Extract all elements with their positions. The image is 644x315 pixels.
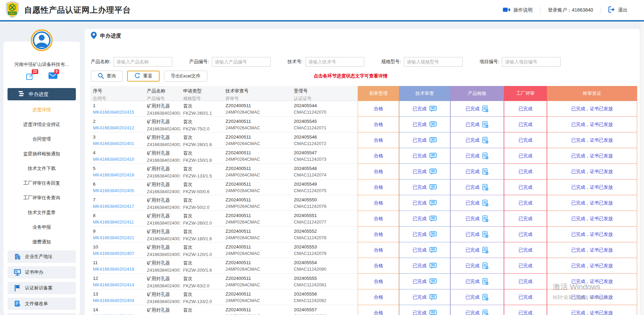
chat-icon[interactable]: [429, 169, 437, 175]
chat-icon[interactable]: [429, 200, 437, 206]
doc-check-icon[interactable]: [482, 137, 489, 144]
status-text[interactable]: 合格: [374, 121, 383, 128]
status-text[interactable]: 已完成: [413, 153, 427, 159]
status-text[interactable]: 已完成: [413, 200, 427, 206]
contract-link[interactable]: MK41663840202411: [93, 219, 144, 225]
status-text[interactable]: 已完成，证书已发放: [571, 231, 613, 238]
contract-link[interactable]: MK41663840202418: [93, 267, 144, 272]
status-text[interactable]: 已完成: [519, 294, 533, 300]
sidebar-subitem[interactable]: 技术文件下载: [3, 161, 80, 176]
status-text[interactable]: 已完成: [466, 231, 480, 238]
status-text[interactable]: 已完成: [466, 310, 480, 315]
status-text[interactable]: 已完成: [466, 106, 480, 112]
status-text[interactable]: 已完成: [519, 263, 533, 269]
export-excel-button[interactable]: 导出Excel文件: [164, 71, 207, 82]
doc-check-icon[interactable]: [482, 294, 489, 301]
chat-icon[interactable]: [429, 231, 437, 238]
contract-link[interactable]: MK41663840202416: [93, 172, 144, 177]
logout-button[interactable]: 退出: [601, 6, 635, 14]
chat-icon[interactable]: [429, 310, 437, 315]
status-text[interactable]: 已完成: [519, 247, 533, 253]
contract-link[interactable]: MK41663840202410: [93, 157, 144, 162]
status-text[interactable]: 合格: [374, 263, 383, 269]
sidebar-subitem[interactable]: 技术文件盖章: [3, 205, 80, 220]
contract-link[interactable]: MK41663840202404: [93, 298, 144, 303]
status-text[interactable]: 已完成: [519, 153, 533, 159]
doc-check-icon[interactable]: [482, 168, 489, 175]
chat-icon[interactable]: [429, 153, 437, 159]
filter-input[interactable]: [404, 57, 463, 67]
doc-check-icon[interactable]: [482, 247, 489, 254]
status-text[interactable]: 合格: [374, 106, 383, 112]
sidebar-section-item[interactable]: 证书申办: [8, 266, 76, 278]
status-text[interactable]: 已完成，证书已发放: [571, 216, 613, 222]
status-text[interactable]: 已完成: [413, 184, 427, 190]
status-text[interactable]: 已完成: [413, 294, 427, 300]
doc-check-icon[interactable]: [482, 153, 489, 159]
chat-icon[interactable]: [429, 106, 437, 112]
status-text[interactable]: 已完成，证书已发放: [571, 137, 613, 143]
chat-icon[interactable]: [429, 263, 437, 269]
doc-check-icon[interactable]: [482, 200, 489, 206]
status-text[interactable]: 已完成，证书已发放: [571, 200, 613, 206]
contract-link[interactable]: MK41663840202415: [93, 110, 144, 115]
sidebar-section-item[interactable]: 我的证书: [8, 313, 76, 315]
status-text[interactable]: 合格: [374, 294, 383, 300]
contract-link[interactable]: MK41663840202401: [93, 141, 144, 146]
sidebar-subitem[interactable]: 进度详情企业持证: [3, 117, 80, 132]
status-text[interactable]: 合格: [374, 216, 383, 222]
status-text[interactable]: 已完成: [519, 278, 533, 285]
status-text[interactable]: 已完成，证书已发放: [571, 121, 613, 128]
status-text[interactable]: 已完成: [413, 169, 427, 175]
status-text[interactable]: 合格: [374, 231, 383, 238]
sidebar-subitem[interactable]: 缴费通知: [3, 234, 80, 249]
doc-check-icon[interactable]: [482, 184, 489, 191]
status-text[interactable]: 已完成，证书已发放: [571, 106, 613, 112]
contract-link[interactable]: MK41663840202422: [93, 314, 144, 315]
status-text[interactable]: 已完成: [413, 231, 427, 238]
status-text[interactable]: 已完成: [519, 231, 533, 238]
sidebar-subitem[interactable]: 工厂评审任务查询: [3, 190, 80, 205]
help-button[interactable]: 操作说明: [495, 7, 540, 13]
status-text[interactable]: 已完成: [466, 137, 480, 143]
status-text[interactable]: 已完成: [519, 137, 533, 143]
status-text[interactable]: 已完成: [466, 263, 480, 269]
status-text[interactable]: 已完成: [466, 184, 480, 190]
status-text[interactable]: 合格: [374, 200, 383, 206]
contract-link[interactable]: MK41663840202405: [93, 188, 144, 193]
status-text[interactable]: 已完成: [413, 278, 427, 285]
sidebar-section-item[interactable]: 企业生产地址: [8, 250, 76, 263]
status-text[interactable]: 已完成: [519, 200, 533, 206]
chat-icon[interactable]: [429, 216, 437, 222]
status-text[interactable]: 合格: [374, 247, 383, 253]
status-text[interactable]: 已完成: [466, 278, 480, 285]
filter-input[interactable]: [212, 57, 271, 67]
status-text[interactable]: 已完成，证书已发放: [571, 294, 613, 300]
status-text[interactable]: 已完成: [413, 121, 427, 128]
sidebar-section-item[interactable]: 文件修改单: [8, 298, 76, 310]
contract-link[interactable]: MK41663840202417: [93, 204, 144, 209]
status-text[interactable]: 已完成: [519, 169, 533, 175]
status-text[interactable]: 已完成: [466, 169, 480, 175]
filter-input[interactable]: [502, 57, 561, 67]
chat-icon[interactable]: [429, 278, 437, 285]
chat-icon[interactable]: [429, 121, 437, 128]
status-text[interactable]: 合格: [374, 278, 383, 285]
sidebar-subitem[interactable]: 进度详情: [3, 102, 80, 117]
filter-input[interactable]: [305, 57, 364, 67]
status-text[interactable]: 已完成，证书已发放: [571, 153, 613, 159]
status-text[interactable]: 合格: [374, 137, 383, 143]
status-text[interactable]: 已完成: [466, 294, 480, 300]
status-text[interactable]: 已完成: [466, 200, 480, 206]
status-text[interactable]: 已完成: [519, 184, 533, 190]
status-text[interactable]: 已完成，证书已发放: [571, 310, 613, 315]
status-text[interactable]: 合格: [374, 184, 383, 190]
status-text[interactable]: 已完成，证书已发放: [571, 278, 613, 285]
sidebar-item-progress[interactable]: 申办进度: [8, 88, 76, 100]
status-text[interactable]: 已完成: [519, 121, 533, 128]
status-text[interactable]: 合格: [374, 153, 383, 159]
status-text[interactable]: 已完成: [413, 106, 427, 112]
doc-check-icon[interactable]: [482, 310, 489, 315]
contract-link[interactable]: MK41663840202421: [93, 235, 144, 240]
sidebar-section-item[interactable]: 认证标识备案: [8, 282, 76, 294]
